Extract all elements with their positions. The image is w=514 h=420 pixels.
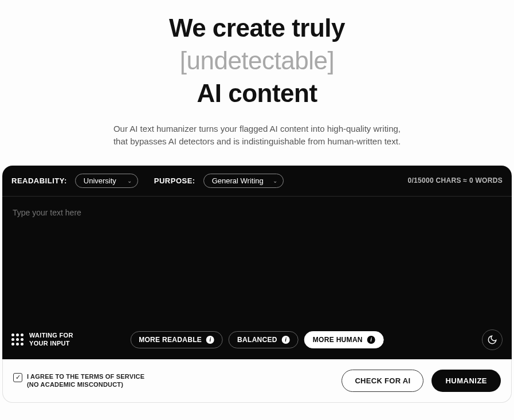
theme-toggle-button[interactable] [482,329,503,350]
editor-panel: READABILITY: University ⌄ PURPOSE: Gener… [2,166,512,359]
chevron-down-icon: ⌄ [127,178,132,184]
check-for-ai-button[interactable]: CHECK FOR AI [342,370,423,392]
tos-checkbox-wrap: ✓ I AGREE TO THE TERMS OF SERVICE (NO AC… [13,372,144,389]
footer-bar: ✓ I AGREE TO THE TERMS OF SERVICE (NO AC… [2,359,512,403]
char-count: 0/15000 CHARS ≈ 0 WORDS [407,176,503,185]
title-line-3: AI content [23,77,491,109]
purpose-label: PURPOSE: [154,176,195,185]
balanced-button[interactable]: BALANCED i [229,331,299,348]
tos-line-1: I AGREE TO THE TERMS OF SERVICE [27,372,144,380]
checkmark-icon: ✓ [15,374,21,380]
mode-bar: WAITING FOR YOUR INPUT MORE READABLE i B… [2,323,512,359]
purpose-select[interactable]: General Writing ⌄ [203,174,284,188]
more-readable-label: MORE READABLE [139,336,202,344]
info-icon: i [206,336,214,344]
waiting-indicator: WAITING FOR YOUR INPUT [11,332,73,347]
subtitle: Our AI text humanizer turns your flagged… [23,123,491,148]
readability-select[interactable]: University ⌄ [75,174,138,188]
more-readable-button[interactable]: MORE READABLE i [130,331,223,348]
dots-grid-icon [11,333,23,346]
text-area-container [2,197,512,323]
waiting-line-2: YOUR INPUT [29,340,73,347]
tos-line-2: (NO ACADEMIC MISCONDUCT) [27,380,144,388]
page-title: We create truly [undetectable] AI conten… [23,11,491,110]
hero-section: We create truly [undetectable] AI conten… [0,0,514,166]
info-icon: i [282,336,290,344]
title-highlight: [undetectable] [23,44,491,77]
toolbar: READABILITY: University ⌄ PURPOSE: Gener… [2,166,512,197]
moon-icon [487,335,497,345]
more-human-label: MORE HUMAN [313,336,363,344]
tos-checkbox[interactable]: ✓ [13,373,22,382]
waiting-line-1: WAITING FOR [29,332,73,339]
readability-value: University [84,176,116,185]
balanced-label: BALANCED [237,336,277,344]
title-line-1: We create truly [23,11,491,44]
subtitle-line-2: that bypasses AI detectors and is indist… [23,135,491,148]
readability-label: READABILITY: [11,176,67,185]
text-input[interactable] [13,208,501,300]
tos-text: I AGREE TO THE TERMS OF SERVICE (NO ACAD… [27,372,144,389]
purpose-value: General Writing [212,176,264,185]
more-human-button[interactable]: MORE HUMAN i [304,331,384,348]
chevron-down-icon: ⌄ [273,178,277,184]
humanize-button[interactable]: HUMANIZE [431,370,501,392]
waiting-text: WAITING FOR YOUR INPUT [29,332,73,347]
info-icon: i [367,336,375,344]
subtitle-line-1: Our AI text humanizer turns your flagged… [23,123,491,136]
